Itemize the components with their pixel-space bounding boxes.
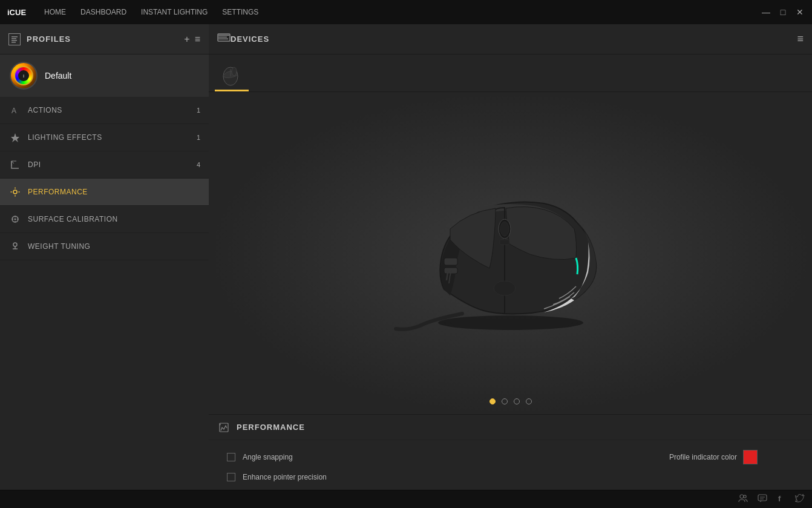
- performance-header: PERFORMANCE: [209, 415, 812, 440]
- performance-icon: [8, 185, 22, 199]
- carousel-dot-1[interactable]: [489, 398, 496, 404]
- sidebar-item-weight-tuning[interactable]: WEIGHT TUNING: [0, 233, 209, 260]
- nav-menu: HOME DASHBOARD INSTANT LIGHTING SETTINGS: [44, 5, 761, 19]
- profiles-menu-button[interactable]: ≡: [195, 34, 200, 45]
- profiles-icon: [8, 33, 21, 45]
- profile-indicator-color[interactable]: [743, 450, 758, 464]
- sidebar-item-dpi[interactable]: DPI 4: [0, 151, 209, 179]
- profiles-actions: + ≡: [184, 34, 200, 45]
- angle-snapping-label: Angle snapping: [243, 453, 293, 461]
- facebook-icon[interactable]: f: [777, 494, 785, 504]
- mouse-image: [384, 168, 638, 338]
- main-layout: PROFILES + ≡ i Default A: [0, 24, 812, 508]
- svg-text:A: A: [11, 107, 16, 115]
- minimize-button[interactable]: —: [761, 7, 771, 17]
- dpi-badge: 4: [197, 161, 200, 168]
- surface-calibration-icon: [8, 213, 22, 226]
- sidebar-item-actions[interactable]: A ACTIONS 1: [0, 97, 209, 124]
- nav-settings[interactable]: SETTINGS: [222, 5, 258, 19]
- device-tab-mouse[interactable]: [215, 60, 249, 91]
- svg-point-19: [13, 243, 17, 246]
- actions-label: ACTIONS: [28, 106, 197, 114]
- window-controls: — □ ✕: [761, 7, 805, 17]
- profile-item[interactable]: i Default: [0, 54, 209, 97]
- devices-header: DEVICES ≡: [209, 24, 812, 54]
- avatar-center: i: [18, 70, 29, 81]
- svg-rect-0: [11, 36, 18, 38]
- svg-point-10: [15, 196, 16, 197]
- profiles-title: PROFILES: [27, 35, 184, 44]
- svg-point-37: [740, 495, 744, 498]
- lighting-label: LIGHTING EFFECTS: [28, 133, 197, 142]
- svg-rect-1: [11, 38, 16, 39]
- svg-rect-33: [444, 258, 457, 265]
- enhance-pointer-label: Enhance pointer precision: [243, 473, 327, 481]
- sidebar-item-surface-calibration[interactable]: SURFACE CALIBRATION: [0, 206, 209, 233]
- angle-snapping-row: Angle snapping: [227, 453, 293, 461]
- svg-point-18: [15, 219, 16, 220]
- dpi-label: DPI: [28, 160, 197, 169]
- avatar: i: [10, 62, 38, 90]
- app-name: iCUE: [7, 8, 26, 17]
- devices-menu-button[interactable]: ≡: [797, 33, 804, 45]
- statusbar: f: [0, 490, 812, 508]
- lighting-icon: [8, 131, 22, 144]
- enhance-pointer-checkbox[interactable]: [227, 473, 235, 481]
- svg-point-8: [13, 190, 17, 194]
- svg-rect-2: [11, 40, 17, 41]
- svg-text:f: f: [778, 494, 781, 503]
- carousel-dot-3[interactable]: [514, 398, 520, 404]
- svg-rect-3: [11, 42, 16, 43]
- community-icon[interactable]: [738, 493, 748, 505]
- sidebar: PROFILES + ≡ i Default A: [0, 24, 209, 508]
- maximize-button[interactable]: □: [778, 7, 788, 17]
- svg-point-31: [500, 222, 509, 236]
- performance-section-icon: [217, 421, 231, 434]
- profile-name: Default: [45, 71, 71, 81]
- sidebar-item-lighting-effects[interactable]: LIGHTING EFFECTS 1: [0, 124, 209, 151]
- svg-point-11: [11, 191, 12, 193]
- sidebar-menu: A ACTIONS 1 LIGHTING EFFECTS 1: [0, 97, 209, 260]
- titlebar: iCUE HOME DASHBOARD INSTANT LIGHTING SET…: [0, 0, 812, 24]
- add-profile-button[interactable]: +: [184, 34, 189, 45]
- profile-indicator-label: Profile indicator color: [669, 453, 737, 461]
- svg-point-12: [19, 191, 20, 193]
- enhance-pointer-row: Enhance pointer precision: [227, 473, 794, 481]
- mouse-display: [209, 92, 812, 414]
- profile-color-row: Profile indicator color: [669, 450, 758, 464]
- actions-badge: 1: [197, 107, 200, 114]
- chat-icon[interactable]: [758, 493, 767, 505]
- carousel-dot-2[interactable]: [502, 398, 508, 404]
- angle-snapping-checkbox[interactable]: [227, 453, 235, 461]
- nav-dashboard[interactable]: DASHBOARD: [80, 5, 126, 19]
- nav-home[interactable]: HOME: [44, 5, 66, 19]
- devices-icon: [217, 33, 231, 45]
- svg-point-28: [232, 67, 237, 76]
- dpi-icon: [8, 158, 22, 171]
- svg-rect-32: [500, 240, 509, 245]
- lighting-badge: 1: [197, 134, 200, 141]
- actions-icon: A: [8, 104, 22, 117]
- svg-rect-23: [218, 35, 229, 36]
- weight-tuning-icon: [8, 240, 22, 253]
- performance-label: PERFORMANCE: [28, 188, 200, 196]
- svg-point-29: [438, 315, 583, 330]
- svg-marker-5: [11, 133, 19, 142]
- device-tabs: [209, 54, 812, 92]
- svg-point-35: [494, 281, 516, 295]
- devices-title: DEVICES: [231, 35, 797, 44]
- nav-instant-lighting[interactable]: INSTANT LIGHTING: [141, 5, 208, 19]
- carousel-dots: [489, 398, 532, 404]
- surface-calibration-label: SURFACE CALIBRATION: [28, 215, 200, 223]
- profiles-header: PROFILES + ≡: [0, 24, 209, 54]
- svg-rect-24: [218, 36, 227, 38]
- sidebar-item-performance[interactable]: PERFORMANCE: [0, 179, 209, 206]
- weight-tuning-label: WEIGHT TUNING: [28, 242, 200, 251]
- svg-rect-25: [218, 38, 228, 39]
- svg-point-9: [15, 188, 16, 189]
- content: DEVICES ≡: [209, 24, 812, 508]
- twitter-icon[interactable]: [795, 493, 805, 505]
- carousel-dot-4[interactable]: [526, 398, 532, 404]
- close-button[interactable]: ✕: [795, 7, 805, 17]
- svg-rect-39: [758, 495, 767, 501]
